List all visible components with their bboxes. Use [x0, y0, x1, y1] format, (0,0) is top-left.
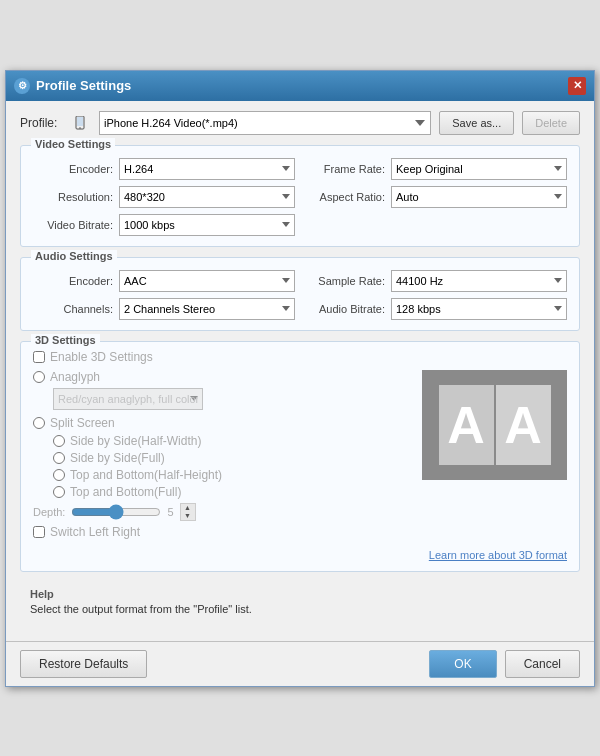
video-settings-section: Video Settings Encoder: H.264 Frame Rate… — [20, 145, 580, 247]
3d-preview: A A — [422, 370, 567, 480]
help-text: Select the output format from the "Profi… — [30, 603, 570, 615]
audio-encoder-label: Encoder: — [33, 275, 113, 287]
side-by-side-half-radio[interactable] — [53, 435, 65, 447]
cancel-button[interactable]: Cancel — [505, 650, 580, 678]
aspect-ratio-row: Aspect Ratio: Auto — [305, 186, 567, 208]
video-bitrate-label: Video Bitrate: — [33, 219, 113, 231]
enable-3d-row: Enable 3D Settings — [33, 350, 567, 364]
aa-letter-2: A — [496, 385, 551, 465]
resolution-label: Resolution: — [33, 191, 113, 203]
3d-settings-section: 3D Settings Enable 3D Settings Anaglyph … — [20, 341, 580, 572]
split-screen-label: Split Screen — [50, 416, 115, 430]
anaglyph-label: Anaglyph — [50, 370, 100, 384]
frame-rate-label: Frame Rate: — [305, 163, 385, 175]
dialog-footer: Restore Defaults OK Cancel — [6, 641, 594, 686]
channels-label: Channels: — [33, 303, 113, 315]
switch-lr-label: Switch Left Right — [50, 525, 140, 539]
aa-preview-letters: A A — [439, 385, 551, 465]
delete-button[interactable]: Delete — [522, 111, 580, 135]
anaglyph-radio[interactable] — [33, 371, 45, 383]
top-bottom-full-radio[interactable] — [53, 486, 65, 498]
encoder-select[interactable]: H.264 — [119, 158, 295, 180]
3d-section-title: 3D Settings — [31, 334, 100, 346]
save-as-button[interactable]: Save as... — [439, 111, 514, 135]
help-title: Help — [30, 588, 570, 600]
svg-rect-1 — [77, 117, 83, 126]
depth-spinner: ▲ ▼ — [180, 503, 196, 521]
video-settings-grid: Encoder: H.264 Frame Rate: Keep Original… — [33, 158, 567, 236]
encoder-row: Encoder: H.264 — [33, 158, 295, 180]
3d-options: Anaglyph Red/cyan anaglyph, full color S… — [33, 370, 412, 545]
audio-bitrate-row: Audio Bitrate: 128 kbps — [305, 298, 567, 320]
depth-row: Depth: 5 ▲ ▼ — [33, 503, 412, 521]
aspect-ratio-select[interactable]: Auto — [391, 186, 567, 208]
split-screen-row: Split Screen — [33, 416, 412, 430]
aspect-ratio-label: Aspect Ratio: — [305, 191, 385, 203]
depth-down-button[interactable]: ▼ — [181, 512, 195, 520]
audio-encoder-select[interactable]: AAC — [119, 270, 295, 292]
footer-right: OK Cancel — [429, 650, 580, 678]
video-section-title: Video Settings — [31, 138, 115, 150]
top-bottom-half-radio[interactable] — [53, 469, 65, 481]
enable-3d-checkbox[interactable] — [33, 351, 45, 363]
dialog-title: Profile Settings — [36, 78, 568, 93]
frame-rate-row: Frame Rate: Keep Original — [305, 158, 567, 180]
phone-icon — [73, 116, 87, 130]
resolution-select[interactable]: 480*320 — [119, 186, 295, 208]
title-bar: ⚙ Profile Settings ✕ — [6, 71, 594, 101]
restore-defaults-button[interactable]: Restore Defaults — [20, 650, 147, 678]
help-section: Help Select the output format from the "… — [20, 582, 580, 621]
dialog-body: Profile: iPhone H.264 Video(*.mp4) Save … — [6, 101, 594, 641]
depth-up-button[interactable]: ▲ — [181, 504, 195, 512]
audio-settings-grid: Encoder: AAC Sample Rate: 44100 Hz Chann… — [33, 270, 567, 320]
profile-select[interactable]: iPhone H.264 Video(*.mp4) — [99, 111, 431, 135]
enable-3d-label: Enable 3D Settings — [50, 350, 153, 364]
aa-letter-1: A — [439, 385, 494, 465]
resolution-row: Resolution: 480*320 — [33, 186, 295, 208]
side-by-side-half-label: Side by Side(Half-Width) — [70, 434, 201, 448]
audio-encoder-row: Encoder: AAC — [33, 270, 295, 292]
depth-label: Depth: — [33, 506, 65, 518]
channels-row: Channels: 2 Channels Stereo — [33, 298, 295, 320]
top-bottom-full-row: Top and Bottom(Full) — [53, 485, 412, 499]
learn-more-link[interactable]: Learn more about 3D format — [33, 549, 567, 561]
frame-rate-select[interactable]: Keep Original — [391, 158, 567, 180]
switch-lr-row: Switch Left Right — [33, 525, 412, 539]
profile-label: Profile: — [20, 116, 65, 130]
depth-slider[interactable] — [71, 505, 161, 519]
video-bitrate-select[interactable]: 1000 kbps — [119, 214, 295, 236]
profile-settings-dialog: ⚙ Profile Settings ✕ Profile: iPhone H.2… — [5, 70, 595, 687]
encoder-label: Encoder: — [33, 163, 113, 175]
side-by-side-full-row: Side by Side(Full) — [53, 451, 412, 465]
ok-button[interactable]: OK — [429, 650, 496, 678]
svg-point-2 — [79, 127, 81, 129]
sample-rate-row: Sample Rate: 44100 Hz — [305, 270, 567, 292]
top-bottom-half-row: Top and Bottom(Half-Height) — [53, 468, 412, 482]
close-button[interactable]: ✕ — [568, 77, 586, 95]
depth-value: 5 — [167, 506, 173, 518]
sample-rate-label: Sample Rate: — [305, 275, 385, 287]
channels-select[interactable]: 2 Channels Stereo — [119, 298, 295, 320]
top-bottom-full-label: Top and Bottom(Full) — [70, 485, 181, 499]
top-bottom-half-label: Top and Bottom(Half-Height) — [70, 468, 222, 482]
audio-bitrate-select[interactable]: 128 kbps — [391, 298, 567, 320]
split-screen-radio[interactable] — [33, 417, 45, 429]
audio-settings-section: Audio Settings Encoder: AAC Sample Rate:… — [20, 257, 580, 331]
audio-bitrate-label: Audio Bitrate: — [305, 303, 385, 315]
profile-row: Profile: iPhone H.264 Video(*.mp4) Save … — [20, 111, 580, 135]
audio-section-title: Audio Settings — [31, 250, 117, 262]
side-by-side-full-label: Side by Side(Full) — [70, 451, 165, 465]
video-bitrate-row: Video Bitrate: 1000 kbps — [33, 214, 295, 236]
side-by-side-full-radio[interactable] — [53, 452, 65, 464]
switch-lr-checkbox[interactable] — [33, 526, 45, 538]
side-by-side-half-row: Side by Side(Half-Width) — [53, 434, 412, 448]
sample-rate-select[interactable]: 44100 Hz — [391, 270, 567, 292]
3d-container: Anaglyph Red/cyan anaglyph, full color S… — [33, 370, 567, 545]
app-icon: ⚙ — [14, 78, 30, 94]
anaglyph-type-select[interactable]: Red/cyan anaglyph, full color — [53, 388, 203, 410]
anaglyph-row: Anaglyph — [33, 370, 412, 384]
